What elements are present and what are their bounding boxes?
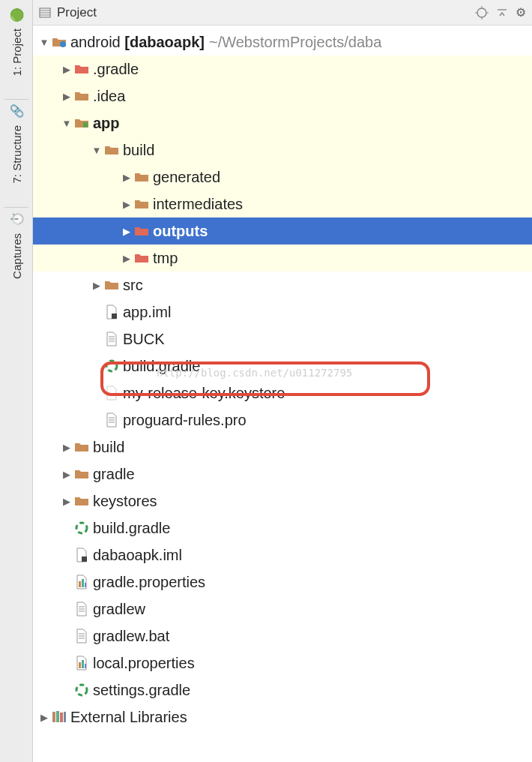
iml-file-icon <box>103 304 120 320</box>
folder-icon <box>103 144 120 156</box>
rail-separator <box>4 99 28 100</box>
folder-icon <box>133 171 150 183</box>
tree-node-app-iml[interactable]: app.iml <box>33 298 532 326</box>
target-icon[interactable] <box>475 6 489 20</box>
arrow-collapsed-icon[interactable]: ▶ <box>60 496 73 507</box>
tree-label: intermediates <box>153 196 243 213</box>
svg-rect-24 <box>85 583 86 587</box>
tree-node-outputs[interactable]: ▶ outputs <box>33 218 532 244</box>
tree-node-keystores[interactable]: ▶ keystores <box>33 488 532 514</box>
tree-node-src[interactable]: ▶ src <box>33 272 532 298</box>
svg-rect-32 <box>82 660 84 668</box>
arrow-collapsed-icon[interactable]: ▶ <box>120 253 133 264</box>
svg-point-16 <box>106 361 117 371</box>
tree-label: proguard-rules.pro <box>123 412 247 429</box>
arrow-expanded-icon[interactable]: ▼ <box>90 145 103 156</box>
tree-node-gradlew-bat[interactable]: gradlew.bat <box>33 622 532 650</box>
svg-rect-21 <box>82 556 87 562</box>
properties-file-icon <box>73 574 90 590</box>
toolbar-title: Project <box>57 5 97 20</box>
svg-rect-35 <box>52 712 55 722</box>
tree-node-dabaoapk-iml[interactable]: dabaoapk.iml <box>33 542 532 568</box>
text-file-icon <box>103 412 120 428</box>
tree-label: settings.gradle <box>93 682 190 699</box>
arrow-collapsed-icon[interactable]: ▶ <box>60 91 73 102</box>
properties-file-icon <box>73 656 90 670</box>
svg-rect-36 <box>56 711 59 722</box>
rail-tab-project[interactable]: 1: Project 🟢 <box>9 8 24 76</box>
arrow-collapsed-icon[interactable]: ▶ <box>90 280 103 291</box>
tree-node-gradlew[interactable]: gradlew <box>33 596 532 622</box>
tree-label: src <box>123 277 143 294</box>
structure-icon: 🔗 <box>9 104 23 119</box>
tree-label: gradlew <box>93 601 145 618</box>
tree-node-build[interactable]: ▼ build <box>33 136 532 164</box>
tree-node-local-props[interactable]: local.properties <box>33 650 532 676</box>
tree-label: keystores <box>93 493 157 510</box>
tree-node-gradle-props[interactable]: gradle.properties <box>33 568 532 596</box>
svg-rect-33 <box>85 664 86 668</box>
tree-node-root-build-gradle[interactable]: build.gradle <box>33 514 532 542</box>
tree-label: gradlew.bat <box>93 628 169 645</box>
svg-rect-23 <box>82 579 84 587</box>
arrow-collapsed-icon[interactable]: ▶ <box>120 199 133 210</box>
project-view-icon[interactable] <box>39 7 51 19</box>
arrow-expanded-icon[interactable]: ▼ <box>37 37 51 48</box>
arrow-collapsed-icon[interactable]: ▶ <box>60 469 73 480</box>
tree-node-idea[interactable]: ▶ .idea <box>33 82 532 110</box>
tree-label: android [dabaoapk] <box>70 34 205 51</box>
tree-node-gradle[interactable]: ▶ .gradle <box>33 56 532 82</box>
tree-node-settings-gradle[interactable]: settings.gradle <box>33 676 532 704</box>
tree-label: .gradle <box>93 61 139 78</box>
svg-point-20 <box>76 523 87 533</box>
svg-rect-12 <box>112 314 117 319</box>
tree-node-intermediates[interactable]: ▶ intermediates <box>33 190 532 218</box>
gradle-file-icon <box>73 683 90 697</box>
tree-label: outputs <box>153 223 208 240</box>
folder-icon <box>73 468 90 480</box>
tree-label: External Libraries <box>70 709 187 726</box>
rail-tab-captures[interactable]: Captures ⏱️ <box>9 212 24 279</box>
tree-label: app.iml <box>123 304 171 321</box>
tree-label: gradle.properties <box>93 574 205 591</box>
rail-tab-structure[interactable]: 7: Structure 🔗 <box>9 104 24 184</box>
tree-label: generated <box>153 169 220 186</box>
tree-label: build.gradle <box>93 520 170 537</box>
tree-label: local.properties <box>93 655 195 672</box>
arrow-collapsed-icon[interactable]: ▶ <box>120 226 133 237</box>
gear-icon[interactable]: ⚙ <box>516 5 526 20</box>
svg-point-4 <box>477 8 486 17</box>
tree-node-root[interactable]: ▼ android [dabaoapk] ~/WebstormProjects/… <box>33 28 532 56</box>
tree-node-external-libraries[interactable]: ▶ External Libraries <box>33 704 532 730</box>
arrow-collapsed-icon[interactable]: ▶ <box>37 712 51 723</box>
tree-label: app <box>93 115 120 132</box>
project-tree[interactable]: ▼ android [dabaoapk] ~/WebstormProjects/… <box>33 26 532 762</box>
tree-label: .idea <box>93 88 125 105</box>
gradle-file-icon <box>103 359 120 373</box>
android-icon: 🟢 <box>9 8 23 22</box>
tree-node-keystore[interactable]: my-release-key.keystore <box>33 380 532 406</box>
tree-node-generated[interactable]: ▶ generated <box>33 164 532 190</box>
tree-label: tmp <box>153 250 178 267</box>
tree-node-buck[interactable]: BUCK <box>33 326 532 352</box>
rail-separator <box>4 207 28 208</box>
svg-point-34 <box>76 685 87 695</box>
tree-node-root-gradle[interactable]: ▶ gradle <box>33 460 532 488</box>
iml-file-icon <box>73 548 90 562</box>
arrow-collapsed-icon[interactable]: ▶ <box>60 64 73 75</box>
tree-label: build <box>93 439 124 456</box>
tree-node-app[interactable]: ▼ app <box>33 110 532 136</box>
module-folder-icon <box>51 36 67 48</box>
arrow-expanded-icon[interactable]: ▼ <box>60 118 73 129</box>
tree-label: my-release-key.keystore <box>123 385 285 402</box>
arrow-collapsed-icon[interactable]: ▶ <box>60 442 73 453</box>
tree-node-proguard[interactable]: proguard-rules.pro <box>33 406 532 434</box>
svg-rect-38 <box>64 712 66 722</box>
captures-icon: ⏱️ <box>9 212 23 226</box>
text-file-icon <box>73 628 90 644</box>
arrow-collapsed-icon[interactable]: ▶ <box>120 172 133 183</box>
collapse-icon[interactable] <box>496 7 508 19</box>
svg-rect-31 <box>79 662 81 668</box>
tree-node-root-build[interactable]: ▶ build <box>33 434 532 460</box>
tree-node-tmp[interactable]: ▶ tmp <box>33 244 532 272</box>
